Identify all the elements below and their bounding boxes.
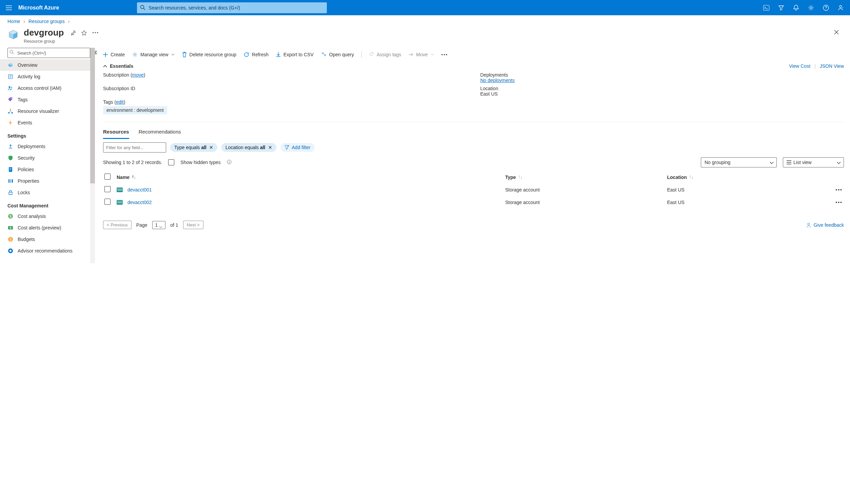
sidebar-item-label: Advisor recommendations [18, 248, 73, 253]
grouping-select[interactable]: No grouping [701, 157, 777, 167]
row-more-icon[interactable]: ••• [835, 200, 843, 205]
resource-location: East US [667, 187, 829, 193]
create-button[interactable]: Create [103, 52, 125, 57]
assign-tags-button[interactable]: Assign tags [369, 52, 401, 57]
open-query-label: Open query [329, 52, 354, 57]
star-icon[interactable] [82, 30, 87, 37]
row-more-icon[interactable]: ••• [835, 187, 843, 193]
prev-page-button[interactable]: < Previous [103, 221, 131, 229]
grouping-value: No grouping [705, 160, 730, 165]
breadcrumb-home[interactable]: Home [7, 19, 20, 24]
help-icon[interactable] [819, 1, 833, 15]
title-block: devgroup Resource group [24, 28, 64, 44]
storage-icon [117, 200, 123, 205]
open-query-button[interactable]: Open query [321, 52, 354, 57]
export-csv-button[interactable]: Export to CSV [276, 52, 314, 57]
sidebar-item-cost-alerts[interactable]: $ Cost alerts (preview) [0, 222, 95, 234]
pin-icon[interactable] [71, 30, 76, 37]
sidebar-item-overview[interactable]: Overview [0, 59, 95, 71]
deployments-cell: Deployments No deployments [480, 72, 844, 83]
sidebar-item-policies[interactable]: Policies [0, 164, 95, 175]
more-icon[interactable]: ••• [92, 30, 99, 37]
resource-link[interactable]: devacct001 [127, 187, 152, 193]
close-button[interactable] [830, 28, 843, 38]
col-header-location[interactable]: Location [667, 175, 829, 180]
chevron-down-icon [769, 160, 774, 165]
essentials-bar: Essentials View Cost | JSON View [103, 62, 844, 72]
page-of-label: of 1 [170, 222, 178, 228]
page-value: 1 [155, 222, 158, 228]
view-cost-link[interactable]: View Cost [789, 64, 810, 69]
cloud-shell-icon[interactable] [759, 1, 773, 15]
filter-field-input[interactable] [103, 142, 166, 152]
sidebar-group-settings: Settings [0, 128, 95, 141]
col-header-type[interactable]: Type [505, 175, 667, 180]
select-all-checkbox[interactable] [104, 174, 110, 180]
breadcrumb-resource-groups[interactable]: Resource groups [29, 19, 65, 24]
subscription-id-cell: Subscription ID [103, 86, 467, 96]
next-page-button[interactable]: Next > [183, 221, 203, 229]
filter-chip-type[interactable]: Type equals all✕ [170, 143, 217, 152]
give-feedback-button[interactable]: Give feedback [806, 222, 844, 228]
sidebar-item-properties[interactable]: Properties [0, 175, 95, 187]
menu-icon[interactable] [2, 1, 16, 15]
sidebar-item-advisor[interactable]: Advisor recommendations [0, 245, 95, 256]
close-icon[interactable]: ✕ [268, 145, 272, 150]
svg-point-9 [11, 98, 12, 98]
sidebar-item-label: Resource visualizer [18, 108, 59, 114]
sidebar-item-locks[interactable]: Locks [0, 187, 95, 198]
sidebar-item-iam[interactable]: Access control (IAM) [0, 83, 95, 94]
essentials-toggle[interactable]: Essentials [103, 64, 133, 69]
alert-icon: $ [7, 225, 14, 231]
sidebar-item-events[interactable]: Events [0, 117, 95, 128]
tab-resources[interactable]: Resources [103, 127, 129, 139]
manage-view-button[interactable]: Manage view [132, 52, 175, 57]
list-view-value: List view [793, 160, 812, 165]
deployments-link[interactable]: No deployments [480, 78, 515, 83]
col-header-name[interactable]: Name [117, 175, 505, 180]
show-hidden-checkbox[interactable] [168, 159, 174, 165]
sidebar-search-input[interactable] [7, 48, 90, 58]
page-select[interactable]: 1 [152, 221, 166, 229]
move-button[interactable]: Move [409, 52, 433, 57]
add-filter-label: Add filter [292, 145, 311, 150]
add-filter-button[interactable]: Add filter [280, 143, 315, 152]
row-checkbox[interactable] [104, 199, 110, 205]
filter-icon[interactable] [774, 1, 788, 15]
sidebar-item-cost-analysis[interactable]: $ Cost analysis [0, 211, 95, 222]
bell-icon[interactable] [789, 1, 803, 15]
tags-cell: Tags (edit) environment : development [103, 99, 844, 114]
toolbar-more-icon[interactable]: ••• [441, 52, 448, 57]
tab-recommendations[interactable]: Recommendations [139, 127, 181, 139]
filter-chip-location[interactable]: Location equals all✕ [222, 143, 276, 152]
global-search-input[interactable] [137, 2, 327, 13]
refresh-button[interactable]: Refresh [244, 52, 268, 57]
sidebar-item-tags[interactable]: Tags [0, 94, 95, 105]
tag-chip[interactable]: environment : development [103, 106, 167, 114]
scrollbar-thumb[interactable] [90, 48, 95, 183]
table-row: devacct002 Storage account East US ••• [103, 196, 844, 209]
feedback-person-icon[interactable] [834, 1, 848, 15]
filter-bar: Type equals all✕ Location equals all✕ Ad… [103, 142, 844, 152]
top-bar: Microsoft Azure [0, 0, 850, 15]
info-icon[interactable] [227, 160, 232, 165]
close-icon[interactable]: ✕ [209, 145, 213, 150]
subscription-move-link[interactable]: move [132, 72, 144, 78]
gear-icon[interactable] [804, 1, 818, 15]
sidebar-item-budgets[interactable]: $ Budgets [0, 234, 95, 245]
svg-point-30 [808, 223, 810, 225]
resource-link[interactable]: devacct002 [127, 200, 152, 205]
brand-label[interactable]: Microsoft Azure [18, 5, 59, 11]
row-checkbox[interactable] [104, 186, 110, 192]
sidebar-item-deployments[interactable]: Deployments [0, 141, 95, 152]
list-view-select[interactable]: List view [783, 157, 844, 167]
sidebar-item-visualizer[interactable]: Resource visualizer [0, 105, 95, 117]
feedback-icon [806, 222, 812, 228]
network-icon [7, 108, 14, 114]
json-view-link[interactable]: JSON View [820, 64, 844, 69]
tags-edit-link[interactable]: edit [116, 99, 124, 105]
sidebar-item-activity-log[interactable]: Activity log [0, 71, 95, 83]
dollar-icon: $ [7, 213, 14, 219]
delete-rg-button[interactable]: Delete resource group [182, 52, 237, 57]
sidebar-item-security[interactable]: Security [0, 152, 95, 164]
